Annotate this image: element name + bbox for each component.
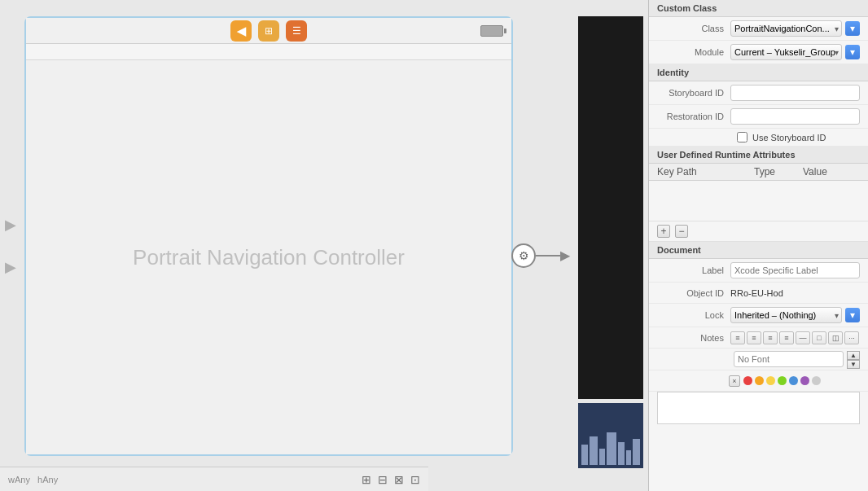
color-dot-gray[interactable] — [812, 376, 821, 385]
color-dot-red[interactable] — [743, 376, 752, 385]
city-buildings — [581, 432, 640, 465]
module-label: Module — [657, 47, 730, 57]
doc-label-input[interactable] — [730, 262, 860, 278]
width-any-label: wAny — [8, 475, 30, 484]
color-x-button[interactable]: × — [729, 375, 740, 387]
notes-square2-icon[interactable]: ◫ — [828, 331, 843, 344]
arrow-bottom: ▶ — [5, 258, 16, 276]
arrow-top: ▶ — [5, 216, 16, 234]
remove-attribute-button[interactable]: − — [675, 225, 688, 238]
battery-icon — [480, 25, 503, 37]
colors-row: × — [649, 370, 868, 392]
class-label: Class — [657, 24, 730, 33]
subtitle-bar — [26, 44, 511, 60]
segue-circle-icon[interactable]: ⚙ — [511, 243, 536, 268]
use-storyboard-id-row: Use Storyboard ID — [649, 129, 868, 147]
notes-icons: ≡ ≡ ≡ ≡ — □ ◫ ··· — [730, 331, 860, 344]
use-storyboard-id-checkbox[interactable] — [737, 132, 747, 142]
storyboard-id-row: Storyboard ID — [649, 81, 868, 105]
lock-label: Lock — [657, 310, 730, 320]
restoration-id-row: Restoration ID — [649, 105, 868, 129]
building-3 — [599, 449, 605, 465]
status-bar: ◀ ⊞ ☰ — [26, 18, 511, 44]
building-6 — [626, 450, 631, 465]
module-select[interactable]: Current – Yukselir_Group — [730, 44, 842, 60]
controller-label: Portrait Navigation Controller — [133, 243, 405, 272]
attr-col-key-header: Key Path — [657, 166, 754, 178]
font-input[interactable] — [734, 351, 844, 367]
lock-select-wrapper: Inherited – (Nothing) — [730, 307, 842, 323]
object-id-row: Object ID RRo-EU-Hod — [649, 283, 868, 304]
module-row: Module Current – Yukselir_Group ▾ — [649, 41, 868, 64]
notes-align-right-icon[interactable]: ≡ — [763, 331, 778, 344]
share-icon[interactable]: ⊞ — [258, 20, 279, 42]
back-button-icon[interactable]: ◀ — [230, 20, 252, 42]
attr-add-row: + − — [649, 221, 868, 242]
attr-col-type-header: Type — [754, 166, 803, 178]
notes-align-justify-icon[interactable]: ≡ — [779, 331, 794, 344]
canvas-area: ▶ ▶ ◀ ⊞ ☰ Portrait Navigation Controller… — [0, 0, 648, 491]
object-id-value: RRo-EU-Hod — [730, 288, 783, 298]
class-select-btn[interactable]: ▾ — [845, 21, 860, 36]
grid-icon[interactable]: ⊞ — [362, 473, 371, 486]
right-panel: Custom Class Class PortraitNavigationCon… — [648, 0, 868, 491]
font-size-down-button[interactable]: ▼ — [847, 360, 860, 369]
list-icon[interactable]: ☰ — [286, 20, 307, 42]
city-panel — [578, 403, 643, 468]
class-row: Class PortraitNavigationCon... ▾ — [649, 17, 868, 41]
attr-empty-area — [649, 181, 868, 221]
custom-class-header: Custom Class — [649, 0, 868, 17]
building-4 — [607, 432, 616, 465]
identity-header: Identity — [649, 64, 868, 81]
expand-icon[interactable]: ⊡ — [410, 473, 420, 486]
color-dot-yellow[interactable] — [766, 376, 775, 385]
align-icon[interactable]: ⊟ — [378, 473, 388, 486]
notes-square-icon[interactable]: □ — [812, 331, 826, 344]
class-select-wrapper: PortraitNavigationCon... — [730, 20, 842, 37]
device-frame: ◀ ⊞ ☰ Portrait Navigation Controller — [24, 16, 513, 456]
document-header: Document — [649, 242, 868, 259]
object-id-label: Object ID — [657, 288, 730, 298]
building-7 — [633, 439, 640, 465]
font-stepper[interactable]: ▲ ▼ — [847, 351, 860, 367]
lock-select-btn[interactable]: ▾ — [845, 308, 860, 322]
doc-label-label: Label — [657, 265, 730, 275]
segue-line — [536, 255, 560, 256]
color-dot-purple[interactable] — [800, 376, 809, 385]
notes-textarea-container — [649, 392, 868, 430]
class-select[interactable]: PortraitNavigationCon... — [730, 20, 842, 37]
module-select-wrapper: Current – Yukselir_Group — [730, 44, 842, 60]
restoration-id-label: Restoration ID — [657, 112, 730, 121]
segue-arrow: ⚙ ▶ — [511, 243, 570, 268]
color-dot-blue[interactable] — [789, 376, 798, 385]
color-dot-green[interactable] — [778, 376, 787, 385]
size-icon[interactable]: ⊠ — [394, 473, 404, 486]
notes-more-icon[interactable]: ··· — [844, 331, 859, 344]
bottom-icons: ⊞ ⊟ ⊠ ⊡ — [362, 473, 420, 486]
notes-align-center-icon[interactable]: ≡ — [747, 331, 761, 344]
nav-icons: ◀ ⊞ ☰ — [230, 20, 307, 42]
segue-arrowhead-icon: ▶ — [560, 248, 570, 263]
storyboard-id-input[interactable] — [730, 85, 860, 101]
module-select-btn[interactable]: ▾ — [845, 45, 860, 59]
left-arrows: ▶ ▶ — [5, 216, 16, 276]
user-defined-header: User Defined Runtime Attributes — [649, 147, 868, 164]
attr-col-val-header: Value — [803, 166, 860, 178]
storyboard-id-label: Storyboard ID — [657, 88, 730, 98]
lock-row: Lock Inherited – (Nothing) ▾ — [649, 304, 868, 327]
use-storyboard-id-label: Use Storyboard ID — [752, 133, 826, 142]
color-dot-orange[interactable] — [755, 376, 764, 385]
add-attribute-button[interactable]: + — [657, 225, 670, 238]
restoration-id-input[interactable] — [730, 108, 860, 125]
building-1 — [581, 445, 588, 465]
font-row: ▲ ▼ — [649, 349, 868, 370]
notes-textarea[interactable] — [657, 392, 860, 424]
font-size-up-button[interactable]: ▲ — [847, 351, 860, 360]
notes-row: Notes ≡ ≡ ≡ ≡ — □ ◫ ··· — [649, 327, 868, 349]
size-info: wAny hAny — [8, 475, 58, 484]
notes-dash-icon[interactable]: — — [796, 331, 810, 344]
lock-select[interactable]: Inherited – (Nothing) — [730, 307, 842, 323]
notes-align-left-icon[interactable]: ≡ — [730, 331, 745, 344]
building-2 — [590, 436, 598, 465]
bottom-bar: wAny hAny ⊞ ⊟ ⊠ ⊡ — [0, 467, 428, 491]
